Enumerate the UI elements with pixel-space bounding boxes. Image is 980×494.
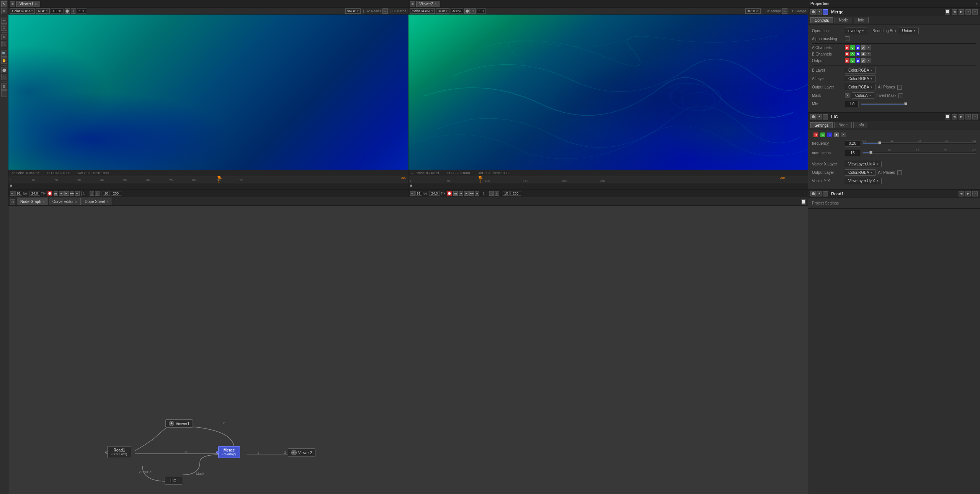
tool-move[interactable]: ✥ [1, 8, 7, 14]
viewer2-tab-close[interactable]: × [434, 2, 436, 6]
ch-a-a[interactable]: A [861, 45, 866, 50]
lic-ch-g[interactable]: G [820, 132, 825, 137]
viewer2-colormode[interactable]: RGB▾ [436, 8, 450, 14]
curve-editor-tab-close[interactable]: × [75, 200, 77, 204]
pb1-end-frame[interactable]: 200 [111, 191, 121, 196]
viewer1-zoom[interactable]: 400% [51, 8, 64, 14]
pb2-frame[interactable]: 91 [415, 191, 422, 196]
viewer1-input-a-btn[interactable]: ⬡ [382, 8, 388, 14]
lic-allplanes-checkbox[interactable] [897, 170, 902, 175]
lic-btn-close[interactable]: × [972, 114, 978, 119]
merge-allplanes-checkbox[interactable] [897, 85, 902, 90]
node-lic[interactable]: LIC [165, 477, 182, 485]
pb1-next[interactable]: ▶▶ [70, 191, 74, 196]
viewer2-gamma-val[interactable]: 1.0 [477, 8, 486, 14]
pb1-prev[interactable]: ◀ [59, 191, 64, 196]
pb1-step10[interactable]: 10 [103, 191, 110, 196]
tool-pen[interactable]: ✏ [1, 18, 7, 24]
viewer2-channel-select[interactable]: Color.RGBA▾ [410, 8, 435, 14]
viewer2-canvas[interactable] [408, 15, 808, 170]
merge-alayer-dropdown[interactable]: Color.RGBA ▾ [845, 75, 875, 82]
ch-g-out[interactable]: G [850, 58, 855, 63]
lic-frequency-slider-container[interactable]: 0.5 10 20 30 0.5 [862, 139, 976, 147]
pb2-rec-btn[interactable]: ⬤ [447, 191, 452, 196]
tool-roto[interactable]: ◌ [1, 74, 7, 80]
merge-mask-x[interactable]: ✕ [845, 93, 849, 98]
ch-r-a[interactable]: R [845, 45, 849, 50]
pb2-next[interactable]: ▶▶ [469, 191, 474, 196]
viewer2-icon-btn1[interactable]: ⬤ [464, 8, 470, 14]
node-merge[interactable]: Merge (overlay) [218, 446, 240, 458]
merge-operation-dropdown[interactable]: overlay ▾ [845, 28, 867, 34]
ch-a-out[interactable]: A [861, 58, 866, 63]
lic-vectorx-dropdown[interactable]: ViewLayer.Ux.X ▾ [845, 161, 882, 167]
pb2-play[interactable]: ▶ [464, 191, 469, 196]
lic-tab-node[interactable]: Node [834, 122, 852, 128]
ch-a-b[interactable]: A [861, 52, 866, 56]
lic-btn-help[interactable]: ? [965, 114, 971, 119]
merge-btn-arr[interactable]: ◀ [952, 9, 957, 15]
merge-mask-dropdown[interactable]: Color.A ▾ [852, 92, 874, 99]
lic-outlayer-dropdown[interactable]: Color.RGBA ▾ [845, 169, 875, 176]
ch-x-a[interactable]: ✕ [866, 45, 871, 50]
viewer1-tab[interactable]: Viewer1 × [16, 1, 40, 7]
tool-clone[interactable]: ⊕ [1, 34, 7, 40]
pb2-step-back[interactable]: ◁ [489, 191, 494, 196]
merge-icon-btn1[interactable]: ⬤ [810, 9, 816, 15]
viewer1-icon-btn2[interactable]: Y [71, 8, 76, 14]
tool-paint[interactable]: ⬛ [1, 41, 7, 47]
lic-btn-col[interactable]: ⬜ [945, 114, 950, 119]
viewer1-canvas[interactable] [8, 15, 408, 170]
read1-color-swatch[interactable] [823, 191, 828, 196]
read1-btn-arr2[interactable]: ▶ [965, 191, 971, 196]
pb2-end-frame[interactable]: 200 [510, 191, 521, 196]
merge-tab-info[interactable]: Info [854, 17, 869, 23]
merge-tab-node[interactable]: Node [835, 17, 852, 23]
viewer2-input-a-btn[interactable]: ⬡ [782, 8, 787, 14]
viewer1-gamma-val[interactable]: 1.0 [77, 8, 86, 14]
pb1-play[interactable]: ▶ [64, 191, 69, 196]
ch-x-b[interactable]: ✕ [866, 52, 871, 56]
node-graph-tab-close[interactable]: × [42, 200, 44, 204]
read1-btn-close[interactable]: × [972, 191, 978, 196]
lic-color-swatch[interactable] [823, 114, 828, 119]
merge-invert-checkbox[interactable] [898, 93, 903, 98]
lic-btn-arr[interactable]: ◀ [952, 114, 957, 119]
read1-btn-arr[interactable]: ◀ [959, 191, 964, 196]
lic-ch-r[interactable]: R [813, 132, 818, 137]
merge-btn-help[interactable]: ? [965, 9, 971, 15]
ch-x-out[interactable]: ✕ [866, 58, 871, 63]
pb2-step10[interactable]: 10 [503, 191, 510, 196]
tool-hand[interactable]: ✋ [1, 57, 7, 64]
viewer1-icon-btn1[interactable]: ⬤ [65, 8, 70, 14]
lic-btn-arr2[interactable]: ▶ [959, 114, 964, 119]
timeline2-ruler[interactable]: 1 50 100 150 200 250 [408, 176, 808, 183]
lic-tab-settings[interactable]: Settings [810, 122, 833, 128]
pb2-end[interactable]: ⏭ [475, 191, 479, 196]
ch-g-a[interactable]: G [850, 45, 855, 50]
pb1-fps[interactable]: 24.0 [29, 191, 40, 196]
tool-rect[interactable]: □ [1, 25, 7, 31]
lic-ch-x[interactable]: ✕ [841, 132, 846, 137]
tab-curve-editor[interactable]: Curve Editor × [49, 198, 81, 205]
lic-tab-info[interactable]: Info [853, 122, 868, 128]
read1-icon-btn2[interactable]: ✦ [817, 191, 822, 196]
viewer2-tab[interactable]: Viewer2 × [416, 1, 440, 7]
node-viewer2[interactable]: 👁 Viewer2 [288, 448, 315, 457]
tab-dope-sheet[interactable]: Dope Sheet × [82, 198, 112, 205]
ch-r-out[interactable]: R [845, 58, 849, 63]
read1-icon-btn1[interactable]: ⬤ [810, 191, 816, 196]
lic-numsteps-slider-container[interactable]: 10 20 30 0.5 [862, 149, 976, 157]
pb1-icon[interactable]: ▸ [10, 191, 15, 196]
node-graph-content[interactable]: 1 2 B 1 2 Vector X Mask 👁 Viewer1 [8, 206, 808, 494]
pb1-step-back[interactable]: ◁ [90, 191, 94, 196]
pb1-step-fwd[interactable]: ▷ [95, 191, 100, 196]
lic-ch-a[interactable]: A [834, 132, 839, 137]
pb1-start[interactable]: ⏮ [54, 191, 58, 196]
merge-tab-controls[interactable]: Controls [810, 17, 833, 23]
pb2-prev[interactable]: ◀ [459, 191, 463, 196]
tool-arrow[interactable]: ↖ [1, 1, 7, 7]
tool-transform[interactable]: ⊞ [1, 83, 7, 90]
viewer2-icon-btn2[interactable]: Y [470, 8, 476, 14]
merge-btn-arr2[interactable]: ▶ [959, 9, 964, 15]
